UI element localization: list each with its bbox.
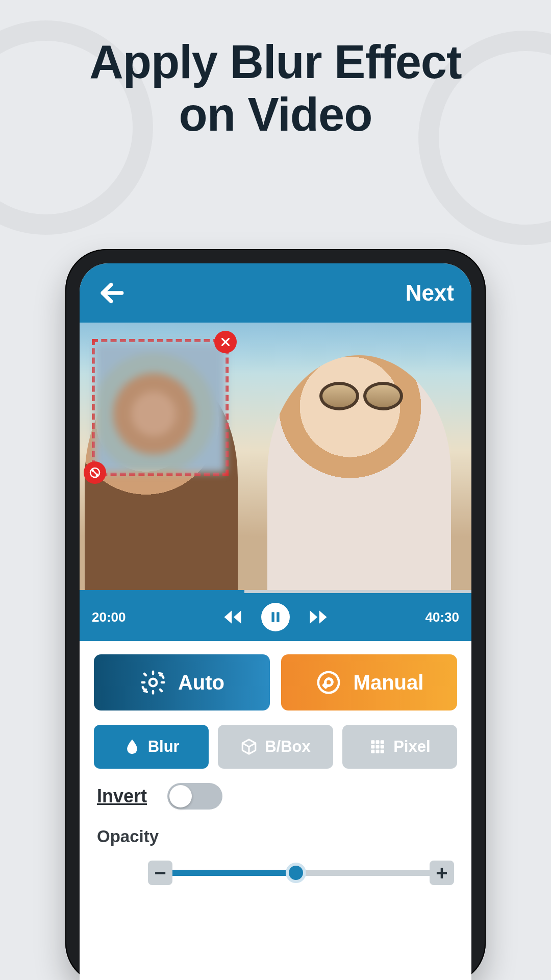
manual-gear-icon bbox=[315, 669, 342, 696]
opacity-fill bbox=[172, 870, 296, 876]
video-preview[interactable] bbox=[80, 323, 471, 590]
opacity-label: Opacity bbox=[97, 827, 454, 846]
opacity-decrease-button[interactable]: − bbox=[148, 861, 172, 885]
invert-row: Invert bbox=[94, 783, 457, 810]
manual-mode-label: Manual bbox=[354, 671, 424, 694]
mode-row: Auto Manual bbox=[94, 654, 457, 710]
back-button[interactable] bbox=[97, 278, 128, 308]
resize-icon bbox=[89, 467, 101, 479]
playback-bar: 20:00 40:30 bbox=[80, 593, 471, 641]
svg-point-11 bbox=[149, 679, 157, 686]
opacity-increase-button[interactable]: + bbox=[430, 861, 454, 885]
arrow-left-icon bbox=[98, 279, 127, 307]
preview-sunglasses bbox=[319, 382, 403, 410]
rewind-button[interactable] bbox=[221, 606, 244, 628]
auto-mode-label: Auto bbox=[178, 671, 224, 694]
controls-panel: Auto Manual Blur B/Box Pixel Invert bbox=[80, 641, 471, 980]
svg-rect-14 bbox=[371, 740, 374, 744]
svg-marker-9 bbox=[310, 610, 318, 624]
svg-rect-16 bbox=[381, 740, 384, 744]
phone-screen: Next 20:00 bbox=[80, 263, 471, 980]
grid-icon bbox=[369, 738, 386, 755]
bbox-type-label: B/Box bbox=[265, 738, 311, 756]
toggle-knob bbox=[169, 785, 192, 807]
next-button[interactable]: Next bbox=[406, 280, 454, 306]
svg-line-4 bbox=[92, 470, 97, 475]
app-bar: Next bbox=[80, 263, 471, 323]
svg-marker-6 bbox=[234, 610, 241, 624]
svg-rect-15 bbox=[376, 740, 380, 744]
svg-rect-21 bbox=[376, 750, 380, 753]
scrubber-progress bbox=[80, 590, 244, 593]
blur-selection-box[interactable] bbox=[92, 339, 229, 476]
video-scrubber[interactable] bbox=[80, 590, 471, 593]
svg-marker-10 bbox=[319, 610, 327, 624]
opacity-thumb[interactable] bbox=[286, 863, 306, 883]
selection-resize-handle[interactable] bbox=[84, 461, 106, 484]
rewind-icon bbox=[221, 606, 244, 628]
svg-rect-8 bbox=[277, 612, 279, 622]
forward-button[interactable] bbox=[307, 606, 330, 628]
svg-rect-22 bbox=[381, 750, 384, 753]
svg-rect-18 bbox=[376, 745, 380, 748]
playback-controls bbox=[221, 603, 330, 631]
opacity-block: Opacity − + bbox=[94, 824, 457, 885]
auto-mode-button[interactable]: Auto bbox=[94, 654, 270, 710]
close-icon bbox=[220, 336, 231, 348]
pixel-type-label: Pixel bbox=[393, 738, 430, 756]
opacity-track[interactable] bbox=[172, 870, 430, 876]
play-pause-button[interactable] bbox=[261, 603, 290, 631]
invert-toggle[interactable] bbox=[167, 783, 222, 810]
headline-line2: on Video bbox=[0, 88, 551, 141]
manual-mode-button[interactable]: Manual bbox=[281, 654, 457, 710]
opacity-slider[interactable]: − + bbox=[148, 861, 454, 885]
promo-headline: Apply Blur Effect on Video bbox=[0, 0, 551, 141]
droplet-icon bbox=[123, 738, 141, 755]
svg-point-12 bbox=[318, 672, 339, 693]
svg-rect-20 bbox=[371, 750, 374, 753]
bbox-type-button[interactable]: B/Box bbox=[218, 725, 333, 769]
total-time-label: 40:30 bbox=[425, 609, 460, 625]
blur-region-preview bbox=[95, 342, 226, 473]
svg-rect-19 bbox=[381, 745, 384, 748]
blur-type-label: Blur bbox=[148, 738, 180, 756]
svg-rect-17 bbox=[371, 745, 374, 748]
effect-type-row: Blur B/Box Pixel bbox=[94, 725, 457, 769]
svg-rect-7 bbox=[271, 612, 274, 622]
cube-icon bbox=[240, 738, 258, 755]
svg-marker-5 bbox=[224, 610, 232, 624]
pause-icon bbox=[269, 610, 282, 624]
blur-type-button[interactable]: Blur bbox=[94, 725, 209, 769]
current-time-label: 20:00 bbox=[92, 609, 126, 625]
fast-forward-icon bbox=[307, 606, 330, 628]
pixel-type-button[interactable]: Pixel bbox=[342, 725, 457, 769]
headline-line1: Apply Blur Effect bbox=[0, 36, 551, 88]
phone-frame: Next 20:00 bbox=[65, 249, 486, 980]
invert-label: Invert bbox=[97, 786, 147, 807]
auto-gear-icon bbox=[139, 669, 167, 696]
selection-close-button[interactable] bbox=[214, 331, 237, 353]
